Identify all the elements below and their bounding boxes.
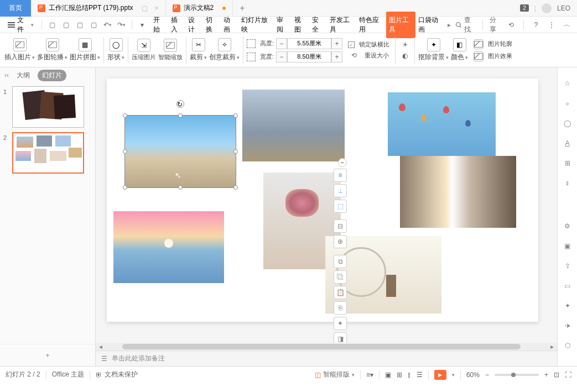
- canvas-image[interactable]: [113, 211, 224, 283]
- float-align-button[interactable]: ⊟: [334, 219, 347, 233]
- insert-image-button[interactable]: 插入图片▾: [4, 38, 35, 62]
- collapse-ribbon-icon[interactable]: ︿: [563, 20, 571, 29]
- remove-bg-button[interactable]: ✦ 抠除背景▾: [418, 38, 449, 62]
- file-menu[interactable]: 文件 ▾: [4, 15, 37, 34]
- rp-favorite-icon[interactable]: ☆: [563, 79, 573, 88]
- height-decrement[interactable]: −: [276, 38, 287, 49]
- resize-handle-n[interactable]: [178, 113, 183, 118]
- slide-thumbnail-1[interactable]: 1: [3, 86, 92, 128]
- rp-settings-icon[interactable]: ⬡: [563, 341, 573, 351]
- rp-tools-icon[interactable]: ⚙: [563, 221, 573, 231]
- resize-handle-sw[interactable]: [123, 185, 127, 190]
- slide-counter[interactable]: 幻灯片 2 / 2: [6, 370, 40, 379]
- panel-collapse-icon[interactable]: ‹‹: [4, 71, 9, 79]
- save-icon[interactable]: ▢: [48, 20, 56, 29]
- qat-customize-icon[interactable]: ▾: [138, 20, 147, 29]
- print-preview-icon[interactable]: ▢: [90, 20, 98, 29]
- float-duplicate-button[interactable]: ⎘: [334, 301, 347, 315]
- rp-animation-icon[interactable]: ✦: [563, 301, 573, 311]
- height-increment[interactable]: +: [331, 38, 342, 49]
- menu-tab-pocket-anim[interactable]: 口袋动画: [415, 12, 445, 38]
- multi-carousel-button[interactable]: 多图轮播▾: [37, 38, 67, 62]
- float-arrange-button[interactable]: ⿻: [334, 270, 347, 284]
- width-input[interactable]: [287, 51, 331, 62]
- reset-size-button[interactable]: ⟲ 重设大小: [348, 51, 392, 60]
- view-sorter-button[interactable]: ⊞: [397, 371, 402, 379]
- menu-tab-special[interactable]: 特色应用: [356, 12, 386, 38]
- image-outline-button[interactable]: 图片轮廓: [474, 39, 514, 49]
- document-tab-2[interactable]: 演示文稿2: [166, 0, 233, 17]
- play-dropdown-icon[interactable]: ▾: [452, 372, 455, 378]
- canvas-image[interactable]: [400, 156, 516, 228]
- menu-tab-devtools[interactable]: 开发工具: [327, 12, 357, 38]
- tab-preview-icon[interactable]: ▢: [142, 4, 148, 12]
- lock-ratio-checkbox[interactable]: ✓ 锁定纵横比: [348, 40, 392, 49]
- canvas-scroll[interactable]: ↻ ↖: [96, 67, 557, 343]
- redo-icon[interactable]: ↷▾: [117, 20, 126, 29]
- zoom-slider[interactable]: [495, 374, 539, 376]
- panel-tab-outline[interactable]: 大纲: [12, 70, 34, 81]
- search-button[interactable]: 查找: [455, 15, 476, 34]
- share-button[interactable]: 分享: [490, 15, 501, 34]
- panel-tab-slides[interactable]: 幻灯片: [38, 70, 66, 81]
- float-lock-button[interactable]: ⬚: [334, 200, 347, 213]
- rp-share-icon[interactable]: ⇪: [563, 261, 573, 271]
- resize-handle-ne[interactable]: [233, 113, 238, 118]
- avatar[interactable]: [542, 3, 552, 13]
- height-input[interactable]: [287, 38, 331, 49]
- float-zoom-button[interactable]: ⊕: [334, 235, 347, 248]
- undo-icon[interactable]: ↶▾: [103, 20, 112, 29]
- view-list-button[interactable]: ≡▾: [366, 371, 373, 379]
- rp-chart-icon[interactable]: ⫾: [563, 178, 573, 188]
- menu-tab-picture-tools[interactable]: 图片工具: [386, 12, 416, 38]
- zoom-level[interactable]: 60%: [466, 371, 480, 379]
- zoom-in-button[interactable]: +: [544, 371, 548, 379]
- width-decrement[interactable]: −: [276, 51, 287, 62]
- image-collage-button[interactable]: ▦ 图片拼图▾: [70, 38, 100, 62]
- creative-crop-button[interactable]: ✧ 创意裁剪▾: [209, 38, 240, 62]
- tabs-overflow-icon[interactable]: ▸: [445, 21, 453, 29]
- float-contrast-button[interactable]: ◨: [334, 332, 347, 343]
- float-toolbar-collapse[interactable]: −: [338, 158, 347, 167]
- float-group-button[interactable]: ⧉: [334, 255, 347, 268]
- username[interactable]: LEO: [557, 4, 570, 12]
- more-icon[interactable]: ⋮: [548, 20, 555, 29]
- view-normal-button[interactable]: ▣: [385, 371, 391, 379]
- tab-home[interactable]: 首页: [0, 0, 31, 17]
- resize-handle-se[interactable]: [233, 185, 238, 190]
- view-notes-button[interactable]: ☰: [417, 371, 423, 379]
- float-crop-button[interactable]: ⟂: [334, 184, 347, 197]
- rp-objects-icon[interactable]: ⟐: [563, 98, 573, 108]
- rp-text-icon[interactable]: A: [563, 138, 573, 148]
- zoom-out-button[interactable]: −: [485, 371, 489, 379]
- fit-window-button[interactable]: ⊡: [554, 371, 559, 379]
- image-effects-button[interactable]: 图片效果: [474, 51, 514, 61]
- menu-tab-security[interactable]: 安全: [309, 12, 327, 38]
- brightness-icon[interactable]: ☀: [401, 40, 409, 49]
- scroll-right-icon[interactable]: ▸: [547, 343, 557, 351]
- print-icon[interactable]: ▢: [76, 20, 84, 29]
- menu-tab-view[interactable]: 视图: [292, 12, 309, 38]
- notes-bar[interactable]: ☰ 单击此处添加备注: [96, 351, 557, 366]
- float-effects-button[interactable]: ✦: [334, 317, 347, 330]
- protection-status[interactable]: ⛨ 文档未保护: [96, 370, 138, 379]
- canvas-image-selected[interactable]: ↻ ↖: [125, 116, 236, 187]
- canvas-image[interactable]: [242, 90, 345, 161]
- slide-canvas[interactable]: ↻ ↖: [107, 79, 538, 322]
- float-layers-button[interactable]: ≡: [334, 169, 347, 182]
- float-paste-button[interactable]: 📋: [334, 286, 347, 299]
- rotate-handle[interactable]: ↻: [176, 100, 184, 108]
- rp-grid-icon[interactable]: ⊞: [563, 158, 573, 168]
- open-icon[interactable]: ▢: [62, 20, 70, 29]
- contrast-icon[interactable]: ◐: [401, 51, 409, 60]
- smart-scale-button[interactable]: 智能缩放: [158, 39, 183, 61]
- theme-label[interactable]: Office 主题: [52, 370, 84, 379]
- horizontal-scrollbar[interactable]: ◂ ▸: [96, 343, 557, 351]
- compress-image-button[interactable]: ⇲ 压缩图片: [132, 39, 156, 61]
- resize-handle-w[interactable]: [123, 149, 127, 154]
- shape-button[interactable]: ◯ 形状▾: [107, 38, 124, 62]
- scrollbar-thumb[interactable]: [122, 344, 521, 349]
- notification-badge[interactable]: 2: [520, 4, 529, 12]
- menu-tab-review[interactable]: 审阅: [274, 12, 292, 38]
- play-button[interactable]: ▶: [434, 370, 446, 380]
